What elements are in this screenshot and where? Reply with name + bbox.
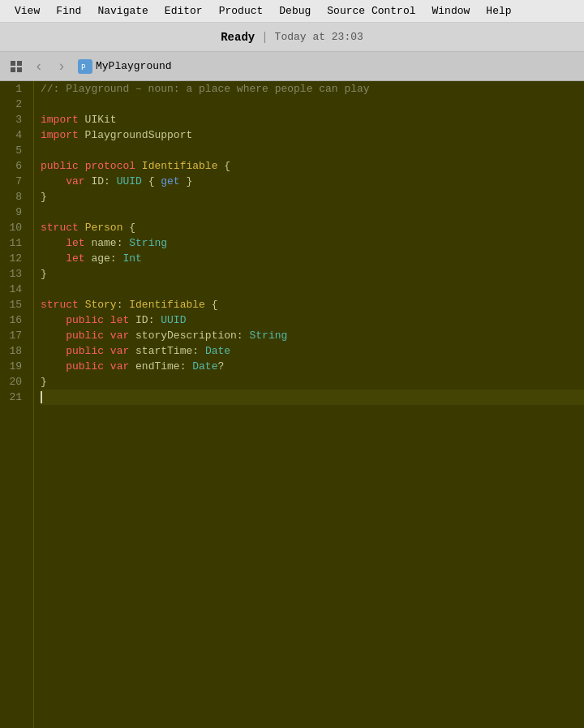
line-num-4: 4 (0, 127, 27, 143)
line-num-13: 13 (0, 266, 27, 282)
line-num-20: 20 (0, 374, 27, 390)
title-bar: Ready | Today at 23:03 (0, 23, 584, 52)
menu-item-debug[interactable]: Debug (271, 3, 319, 19)
code-line-2 (41, 97, 584, 112)
code-line-10: struct Person { (41, 220, 584, 235)
code-line-11: let name: String (41, 235, 584, 251)
line-num-8: 8 (0, 189, 27, 205)
line-num-19: 19 (0, 359, 27, 374)
svg-rect-3 (17, 67, 22, 72)
code-line-9 (41, 205, 584, 220)
line-num-7: 7 (0, 174, 27, 189)
line-num-14: 14 (0, 282, 27, 297)
menu-item-help[interactable]: Help (478, 3, 519, 19)
svg-rect-0 (11, 61, 15, 66)
line-num-10: 10 (0, 220, 27, 235)
code-line-21 (41, 390, 584, 405)
grid-icon[interactable] (6, 57, 26, 76)
menu-item-view[interactable]: View (6, 3, 48, 19)
status-label: Ready (221, 31, 255, 44)
code-line-7: var ID: UUID { get } (41, 174, 584, 189)
forward-icon[interactable]: › (52, 57, 71, 76)
playground-filename: MyPlayground (96, 60, 172, 72)
line-num-17: 17 (0, 328, 27, 343)
line-num-2: 2 (0, 97, 27, 112)
menu-bar: ViewFindNavigateEditorProductDebugSource… (0, 0, 584, 23)
line-num-5: 5 (0, 143, 27, 158)
line-numbers: 123456789101112131415161718192021 (0, 81, 34, 728)
playground-file-icon: P (78, 59, 92, 74)
back-icon[interactable]: ‹ (29, 57, 49, 76)
line-num-16: 16 (0, 312, 27, 328)
code-line-16: public let ID: UUID (41, 312, 584, 328)
toolbar: ‹ › P MyPlayground (0, 52, 584, 81)
code-line-19: public var endTime: Date? (41, 359, 584, 374)
code-line-15: struct Story: Identifiable { (41, 297, 584, 312)
code-content[interactable]: //: Playground – noun: a place where peo… (34, 81, 584, 728)
line-num-11: 11 (0, 235, 27, 251)
line-num-6: 6 (0, 158, 27, 174)
menu-item-window[interactable]: Window (424, 3, 479, 19)
menu-item-find[interactable]: Find (48, 3, 89, 19)
svg-text:P: P (81, 63, 86, 71)
menu-item-product[interactable]: Product (211, 3, 272, 19)
menu-item-editor[interactable]: Editor (157, 3, 211, 19)
code-line-12: let age: Int (41, 251, 584, 266)
line-num-3: 3 (0, 112, 27, 127)
svg-rect-1 (17, 61, 22, 66)
svg-rect-2 (11, 67, 15, 72)
code-line-20: } (41, 374, 584, 390)
code-line-3: import UIKit (41, 112, 584, 127)
code-line-6: public protocol Identifiable { (41, 158, 584, 174)
code-line-13: } (41, 266, 584, 282)
code-line-18: public var startTime: Date (41, 343, 584, 359)
code-line-5 (41, 143, 584, 158)
line-num-1: 1 (0, 81, 27, 97)
playground-label: P MyPlayground (78, 59, 172, 74)
line-num-12: 12 (0, 251, 27, 266)
menu-item-navigate[interactable]: Navigate (89, 3, 156, 19)
editor: 123456789101112131415161718192021 //: Pl… (0, 81, 584, 728)
line-num-15: 15 (0, 297, 27, 312)
title-separator: | (261, 31, 268, 44)
code-line-8: } (41, 189, 584, 205)
line-num-21: 21 (0, 390, 27, 405)
menu-item-source-control[interactable]: Source Control (319, 3, 423, 19)
code-line-14 (41, 282, 584, 297)
code-line-17: public var storyDescription: String (41, 328, 584, 343)
text-cursor (41, 391, 42, 403)
code-line-4: import PlaygroundSupport (41, 127, 584, 143)
title-time: Today at 23:03 (275, 31, 363, 43)
line-num-18: 18 (0, 343, 27, 359)
line-num-9: 9 (0, 205, 27, 220)
code-line-1: //: Playground – noun: a place where peo… (41, 81, 584, 97)
